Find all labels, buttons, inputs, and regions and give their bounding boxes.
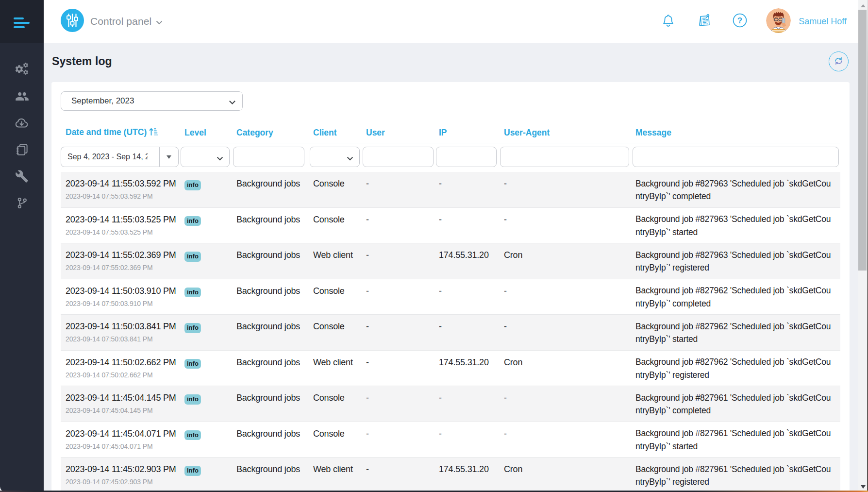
cell-datetime: 2023-09-14 11:55:03.592 PM 2023-09-14 07… — [61, 172, 181, 207]
table-row[interactable]: 2023-09-14 11:45:04.071 PM 2023-09-14 07… — [61, 422, 840, 458]
column-header-user[interactable]: User — [363, 128, 436, 138]
cell-datetime: 2023-09-14 11:50:02.662 PM 2023-09-14 07… — [61, 351, 181, 386]
ip-filter-input[interactable] — [436, 147, 497, 167]
cell-message: Background job #827963 'Scheduled job `s… — [633, 243, 840, 279]
cell-user-agent: Cron — [500, 351, 633, 386]
row-message: Background job #827962 'Scheduled job `s… — [635, 356, 834, 381]
filter-row: Sep 4, 2023 - Sep 14, 2023 — [61, 147, 840, 167]
cell-datetime: 2023-09-14 11:50:03.841 PM 2023-09-14 07… — [61, 315, 181, 350]
triangle-down-icon — [167, 155, 171, 159]
table-row[interactable]: 2023-09-14 11:50:03.841 PM 2023-09-14 07… — [61, 315, 840, 351]
table-row[interactable]: 2023-09-14 11:50:03.910 PM 2023-09-14 07… — [61, 279, 840, 315]
table-header-row: Date and time (UTC) Level Category Clien… — [61, 123, 840, 142]
column-header-level[interactable]: Level — [181, 128, 233, 138]
chevron-down-icon — [217, 154, 223, 163]
column-header-ip[interactable]: IP — [436, 128, 500, 138]
scrollbar-down-button[interactable] — [858, 483, 868, 490]
table-row[interactable]: 2023-09-14 11:50:02.662 PM 2023-09-14 07… — [61, 351, 840, 387]
column-header-category[interactable]: Category — [233, 128, 310, 138]
level-filter-select[interactable] — [181, 147, 230, 167]
table-row[interactable]: 2023-09-14 11:45:04.145 PM 2023-09-14 07… — [61, 386, 840, 422]
user-name[interactable]: Samuel Hoff — [799, 17, 847, 27]
column-header-datetime[interactable]: Date and time (UTC) — [61, 127, 181, 138]
menu-toggle-button[interactable] — [14, 17, 30, 28]
cell-message: Background job #827962 'Scheduled job `s… — [633, 351, 840, 386]
chevron-down-icon — [347, 154, 353, 163]
row-message: Background job #827963 'Scheduled job `s… — [635, 213, 834, 238]
cell-ip: - — [436, 208, 500, 243]
help-button[interactable]: ? — [733, 14, 747, 29]
sidebar-item-users[interactable] — [0, 83, 44, 110]
column-header-message[interactable]: Message — [633, 128, 840, 138]
sidebar-item-integrations[interactable] — [0, 190, 44, 217]
row-message: Background job #827963 'Scheduled job `s… — [635, 249, 834, 274]
row-datetime-utc: 2023-09-14 11:55:03.525 PM — [66, 214, 181, 225]
sort-ascending-icon — [149, 128, 158, 138]
category-filter-input[interactable] — [233, 147, 304, 167]
month-filter-select[interactable]: September, 2023 — [61, 91, 243, 111]
client-filter-select[interactable] — [310, 147, 360, 167]
row-datetime-local: 2023-09-14 07:45:04.145 PM — [66, 406, 181, 415]
sidebar-item-logs[interactable] — [0, 136, 44, 163]
cell-ip: 174.55.31.20 — [436, 458, 500, 492]
notifications-button[interactable] — [661, 14, 675, 29]
date-range-input[interactable]: Sep 4, 2023 - Sep 14, 2023 — [61, 147, 159, 167]
table-row[interactable]: 2023-09-14 11:55:02.369 PM 2023-09-14 07… — [61, 243, 840, 279]
app-switcher[interactable]: Control panel — [61, 10, 163, 33]
table-row[interactable]: 2023-09-14 11:55:03.592 PM 2023-09-14 07… — [61, 172, 840, 208]
cell-level: info — [181, 172, 233, 207]
cell-client: Console — [310, 315, 363, 350]
cell-message: Background job #827963 'Scheduled job `s… — [633, 172, 840, 207]
cell-user-agent: - — [500, 422, 633, 458]
cell-user: - — [363, 243, 436, 279]
cell-category: Background jobs — [233, 279, 310, 315]
notebook-pages-icon — [15, 142, 29, 157]
row-datetime-utc: 2023-09-14 11:50:03.841 PM — [66, 321, 181, 332]
cell-ip: - — [436, 172, 500, 207]
row-message: Background job #827961 'Scheduled job `s… — [635, 427, 834, 453]
cell-category: Background jobs — [233, 315, 310, 350]
level-badge: info — [184, 359, 201, 369]
row-datetime-local: 2023-09-14 07:55:03.525 PM — [66, 228, 181, 237]
message-filter-input[interactable] — [633, 147, 839, 167]
cell-category: Background jobs — [233, 386, 310, 422]
cloud-download-icon — [15, 116, 30, 131]
avatar[interactable] — [766, 8, 791, 33]
cell-level: info — [181, 243, 233, 279]
sidebar-item-tools[interactable] — [0, 163, 44, 190]
scrollbar-thumb[interactable] — [858, 10, 867, 271]
scrollbar-up-button[interactable] — [858, 2, 868, 9]
sidebar-item-settings[interactable] — [0, 56, 44, 83]
date-range-dropdown-button[interactable] — [159, 147, 179, 167]
user-agent-filter-input[interactable] — [500, 147, 629, 167]
row-datetime-utc: 2023-09-14 11:55:03.592 PM — [66, 178, 181, 189]
row-datetime-utc: 2023-09-14 11:45:04.071 PM — [66, 428, 181, 440]
row-datetime-local: 2023-09-14 07:55:03.592 PM — [66, 192, 181, 201]
user-filter-input[interactable] — [363, 147, 434, 167]
level-badge: info — [184, 288, 201, 298]
cell-category: Background jobs — [233, 172, 310, 207]
vertical-scrollbar[interactable] — [858, 0, 868, 492]
row-message: Background job #827962 'Scheduled job `s… — [635, 284, 834, 310]
cell-client: Console — [310, 208, 363, 243]
cell-user-agent: - — [500, 172, 633, 207]
sidebar-item-downloads[interactable] — [0, 110, 44, 136]
cell-datetime: 2023-09-14 11:55:02.369 PM 2023-09-14 07… — [61, 243, 181, 279]
cell-level: info — [181, 422, 233, 458]
row-datetime-utc: 2023-09-14 11:45:02.903 PM — [66, 463, 181, 475]
app-title: Control panel — [90, 16, 151, 27]
table-row[interactable]: 2023-09-14 11:55:03.525 PM 2023-09-14 07… — [61, 208, 840, 244]
refresh-button[interactable] — [829, 51, 849, 71]
cell-client: Console — [310, 172, 363, 207]
column-header-client[interactable]: Client — [310, 128, 363, 138]
users-icon — [15, 89, 29, 103]
column-header-user-agent[interactable]: User-Agent — [500, 128, 633, 138]
cell-level: info — [181, 315, 233, 350]
table-row[interactable]: 2023-09-14 11:45:02.903 PM 2023-09-14 07… — [61, 458, 840, 492]
cell-datetime: 2023-09-14 11:55:03.525 PM 2023-09-14 07… — [61, 208, 181, 243]
row-datetime-utc: 2023-09-14 11:45:04.145 PM — [66, 392, 181, 404]
level-badge: info — [184, 216, 201, 226]
news-button[interactable] — [697, 14, 711, 29]
filter-date-range: Sep 4, 2023 - Sep 14, 2023 — [61, 147, 181, 167]
cell-message: Background job #827961 'Scheduled job `s… — [633, 386, 840, 422]
